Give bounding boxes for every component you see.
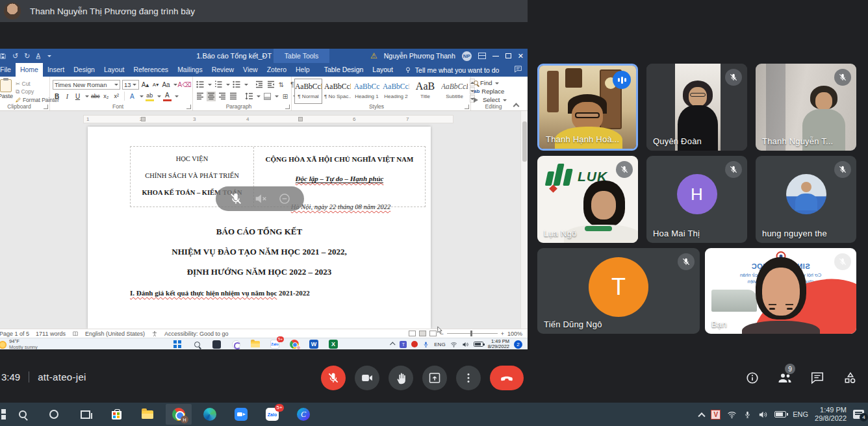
increase-indent-button[interactable] xyxy=(266,80,275,90)
highlight-button[interactable]: ab xyxy=(146,92,154,101)
scrollbar-thumb[interactable] xyxy=(522,121,527,162)
italic-button[interactable]: I xyxy=(63,92,71,101)
zoom-in-icon[interactable]: + xyxy=(501,331,504,337)
tab-table-layout[interactable]: Layout xyxy=(368,63,398,77)
find-button[interactable]: Find xyxy=(474,79,520,87)
styles-dialog-launcher[interactable] xyxy=(465,105,469,109)
comments-icon[interactable] xyxy=(514,65,522,73)
change-case-button[interactable]: Aa xyxy=(162,80,170,90)
participant-tile-tien-dung[interactable]: T Tiến Dũng Ngô xyxy=(537,248,700,334)
tell-me-box[interactable]: Tell me what you want to do xyxy=(404,63,500,77)
chrome-icon[interactable] xyxy=(289,339,300,349)
raise-hand-button[interactable] xyxy=(389,366,413,390)
style-subtitle[interactable]: AaBbCcD Subtitle xyxy=(440,79,468,104)
account-name[interactable]: Nguyễn Phương Thanh xyxy=(384,52,455,60)
tray-expand-icon[interactable] xyxy=(698,412,706,420)
participants-button[interactable]: 9 xyxy=(777,370,793,386)
present-button[interactable] xyxy=(422,366,447,390)
search-icon[interactable] xyxy=(192,339,202,349)
microsoft-store-icon[interactable] xyxy=(109,407,123,421)
subscript-button[interactable]: x₂ xyxy=(102,92,110,101)
sort-button[interactable]: ⇅ xyxy=(277,80,286,90)
canva-icon[interactable]: C xyxy=(296,407,311,421)
zalo-icon[interactable]: Zalo 5+ xyxy=(270,339,280,349)
print-layout-icon[interactable] xyxy=(419,331,426,336)
proofing-icon[interactable] xyxy=(72,331,79,337)
shading-button[interactable] xyxy=(262,92,272,101)
zoom-slider[interactable] xyxy=(447,333,498,334)
chat-button[interactable] xyxy=(810,370,825,386)
accessibility-status[interactable]: Accessibility: Good to go xyxy=(164,331,229,337)
style-heading2[interactable]: AaBbCcD Heading 2 xyxy=(382,79,410,104)
mic-tray-icon[interactable] xyxy=(422,341,429,348)
file-explorer-icon[interactable] xyxy=(250,339,261,349)
teams-tray-icon[interactable]: T xyxy=(400,341,407,348)
word-count[interactable]: 1711 words xyxy=(36,331,66,337)
tray-expand-icon[interactable] xyxy=(390,342,395,347)
minus-circle-icon[interactable] xyxy=(278,192,291,205)
indent-marker[interactable] xyxy=(141,117,146,121)
style-title[interactable]: AaB Title xyxy=(411,79,439,104)
participant-tile-thanh-nguyen[interactable]: Thanh Nguyễn T... xyxy=(756,64,856,151)
style-heading1[interactable]: AaBbCc Heading 1 xyxy=(353,79,381,104)
text-effects-button[interactable]: A xyxy=(128,92,136,101)
style-normal[interactable]: AaBbCcDc ¶ Normal xyxy=(294,79,322,104)
clear-formatting-button[interactable]: A⌫ xyxy=(179,80,190,90)
page-indicator[interactable]: Page 1 of 5 xyxy=(0,331,29,337)
speaker-off-icon[interactable] xyxy=(253,192,268,206)
notification-tray-icon[interactable] xyxy=(411,341,418,347)
borders-button[interactable]: ⊞ xyxy=(281,92,290,101)
horizontal-ruler[interactable]: 1 2 3 4 5 6 7 xyxy=(83,115,453,123)
battery-icon[interactable] xyxy=(474,342,483,347)
tab-home[interactable]: Home xyxy=(16,63,43,77)
ultraviewer-tray-icon[interactable]: V xyxy=(711,410,721,420)
language-indicator[interactable]: English (United States) xyxy=(85,331,145,337)
tab-layout[interactable]: Layout xyxy=(99,63,129,77)
restore-button[interactable] xyxy=(505,53,511,58)
clock[interactable]: 1:49 PM 29/8/2022 xyxy=(815,406,847,423)
tab-zotero[interactable]: Zotero xyxy=(262,63,291,77)
vertical-scrollbar[interactable] xyxy=(520,111,528,329)
account-avatar[interactable]: NP xyxy=(462,51,472,61)
minimize-button[interactable] xyxy=(492,56,499,56)
style-no-spacing[interactable]: AaBbCcDc ¶ No Spac... xyxy=(324,79,351,104)
share-overlay-pill[interactable] xyxy=(216,186,304,211)
strikethrough-button[interactable]: abc xyxy=(91,92,100,101)
font-color-button[interactable]: A xyxy=(163,92,172,101)
start-button[interactable] xyxy=(172,339,183,349)
camera-toggle-button[interactable] xyxy=(355,366,379,390)
paragraph-dialog-launcher[interactable] xyxy=(285,105,290,109)
file-explorer-icon[interactable] xyxy=(140,407,155,421)
cortana-icon[interactable] xyxy=(47,407,61,421)
volume-icon[interactable] xyxy=(462,341,469,348)
photos-app-icon[interactable] xyxy=(211,339,222,349)
activities-button[interactable] xyxy=(842,370,858,386)
superscript-button[interactable]: x² xyxy=(112,92,121,101)
search-icon[interactable] xyxy=(16,407,30,421)
excel-icon[interactable]: X xyxy=(328,339,338,349)
mic-tray-icon[interactable] xyxy=(743,410,752,419)
mic-off-icon[interactable] xyxy=(229,192,243,206)
tab-file[interactable]: File xyxy=(0,63,16,77)
font-family-combo[interactable]: Times New Roman xyxy=(53,80,120,90)
word-icon[interactable]: W xyxy=(309,339,319,349)
numbering-button[interactable] xyxy=(214,80,223,90)
chrome-icon[interactable]: H xyxy=(172,407,186,421)
zoom-app-icon[interactable] xyxy=(234,407,248,421)
close-button[interactable]: ✕ xyxy=(518,52,524,60)
align-center-button[interactable] xyxy=(207,92,216,101)
grow-font-button[interactable]: A▴ xyxy=(141,80,149,90)
participant-tile-lua-ngo[interactable]: LUK Lụa Ngô xyxy=(537,156,638,243)
ribbon-display-options-icon[interactable] xyxy=(478,53,486,59)
leave-call-button[interactable] xyxy=(490,366,524,390)
indent-marker[interactable] xyxy=(298,117,303,121)
mic-toggle-button[interactable] xyxy=(321,366,346,390)
wifi-icon[interactable] xyxy=(450,341,457,348)
participant-tile-thanh-hanh[interactable]: Thanh Hạnh Hoà... xyxy=(537,64,638,151)
bullets-button[interactable] xyxy=(196,80,205,90)
office-app-icon[interactable] xyxy=(231,339,241,349)
battery-icon[interactable] xyxy=(774,411,786,418)
tab-view[interactable]: View xyxy=(238,63,262,77)
justify-button[interactable] xyxy=(229,92,238,101)
tab-insert[interactable]: Insert xyxy=(43,63,69,77)
